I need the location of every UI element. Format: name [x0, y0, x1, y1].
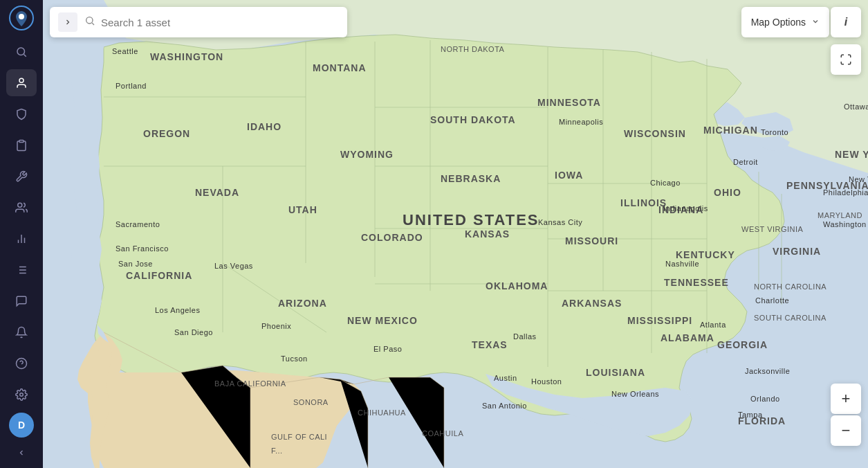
- sidebar-item-list[interactable]: [6, 256, 37, 283]
- svg-point-4: [19, 78, 24, 82]
- svg-line-41: [92, 23, 94, 25]
- zoom-in-button[interactable]: +: [831, 384, 861, 414]
- sidebar-item-clipboard[interactable]: [6, 132, 37, 159]
- sidebar-item-help[interactable]: [6, 350, 37, 377]
- chevron-down-icon: [811, 17, 820, 28]
- svg-point-18: [20, 393, 24, 396]
- map-svg: [43, 0, 868, 468]
- sidebar-item-chart[interactable]: [6, 225, 37, 252]
- sidebar-item-chat[interactable]: [6, 287, 37, 314]
- svg-point-2: [17, 48, 25, 55]
- search-expand-button[interactable]: [58, 12, 77, 32]
- sidebar-item-group[interactable]: [6, 194, 37, 221]
- sidebar-item-wrench[interactable]: [6, 163, 37, 190]
- search-icon: [84, 15, 95, 29]
- svg-point-1: [19, 14, 24, 19]
- sidebar-item-search[interactable]: [6, 38, 37, 65]
- zoom-in-icon: +: [842, 390, 851, 408]
- sidebar-item-settings[interactable]: [6, 381, 37, 408]
- info-button[interactable]: i: [831, 7, 861, 37]
- svg-line-3: [24, 54, 26, 56]
- map-container[interactable]: Map Options i WASHINGTONOREGONCALIFORNIA…: [43, 0, 868, 468]
- zoom-controls: + −: [831, 384, 861, 447]
- svg-point-40: [86, 17, 93, 24]
- sidebar: D: [0, 0, 43, 468]
- sidebar-item-bell[interactable]: [6, 318, 37, 345]
- map-options-button[interactable]: Map Options: [741, 7, 829, 37]
- sidebar-item-asset[interactable]: [6, 69, 37, 96]
- fullscreen-button[interactable]: [831, 44, 861, 75]
- sidebar-collapse-btn[interactable]: [6, 443, 37, 462]
- svg-point-6: [18, 203, 22, 207]
- user-avatar[interactable]: D: [9, 413, 34, 438]
- zoom-out-button[interactable]: −: [831, 415, 861, 446]
- search-input[interactable]: [101, 17, 339, 28]
- zoom-out-icon: −: [842, 422, 851, 440]
- search-bar: [50, 7, 347, 37]
- info-icon: i: [844, 16, 847, 28]
- sidebar-item-shield[interactable]: [6, 100, 37, 127]
- map-options-label: Map Options: [751, 17, 806, 28]
- svg-rect-5: [19, 140, 24, 142]
- app-logo[interactable]: [8, 6, 35, 30]
